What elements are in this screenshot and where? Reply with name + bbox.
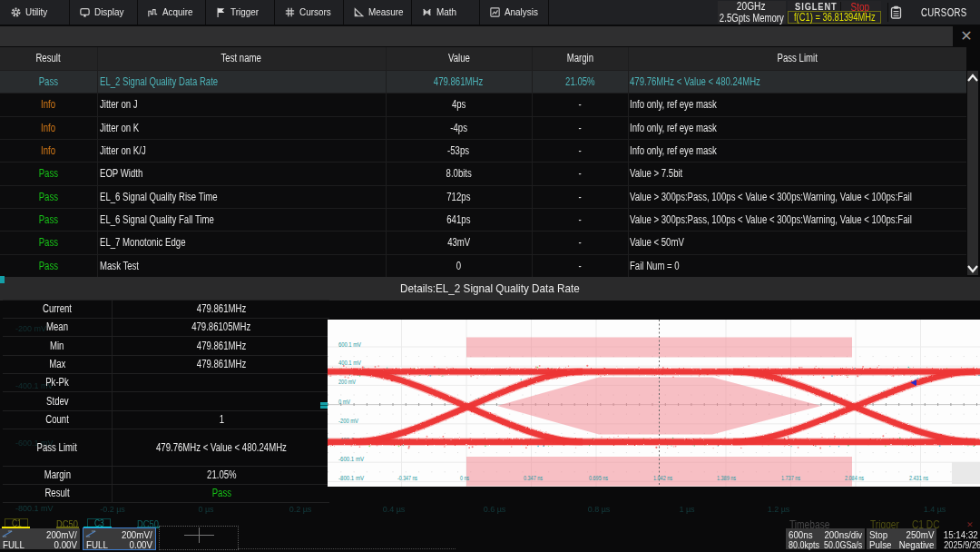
svg-text:-200 mV: -200 mV bbox=[338, 417, 358, 425]
svg-text:1.389 ns: 1.389 ns bbox=[717, 474, 736, 482]
svg-text:0 mV: 0 mV bbox=[338, 398, 350, 406]
svg-text:-0.347 ns: -0.347 ns bbox=[397, 474, 417, 482]
svg-text:200 mV: 200 mV bbox=[338, 378, 356, 386]
svg-text:0.695 ns: 0.695 ns bbox=[589, 474, 608, 482]
svg-text:-800.1 mV: -800.1 mV bbox=[338, 474, 365, 482]
svg-text:400.1 mV: 400.1 mV bbox=[338, 359, 361, 367]
svg-text:-600.1 mV: -600.1 mV bbox=[338, 455, 365, 463]
svg-text:1.737 ns: 1.737 ns bbox=[781, 474, 800, 482]
svg-text:600.1 mV: 600.1 mV bbox=[338, 340, 361, 349]
svg-text:0 ns: 0 ns bbox=[460, 474, 469, 482]
svg-text:2.084 ns: 2.084 ns bbox=[845, 474, 864, 482]
svg-text:0.347 ns: 0.347 ns bbox=[524, 474, 543, 482]
svg-text:2.431 ns: 2.431 ns bbox=[909, 474, 928, 482]
svg-text:1.042 ns: 1.042 ns bbox=[653, 474, 672, 482]
